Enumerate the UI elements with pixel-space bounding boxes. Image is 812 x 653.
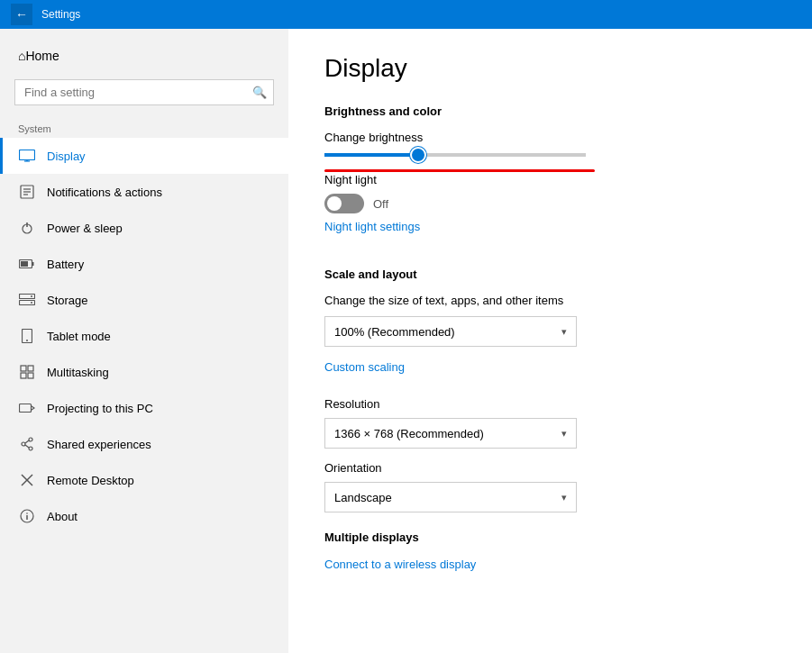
sidebar-item-multitasking[interactable]: Multitasking xyxy=(0,354,288,390)
sidebar-item-storage[interactable]: Storage xyxy=(0,282,288,318)
sidebar-section-title: System xyxy=(0,116,288,138)
battery-icon xyxy=(18,255,36,273)
sidebar-item-home[interactable]: ⌂ Home xyxy=(0,40,288,72)
about-icon xyxy=(18,507,36,525)
scale-text-label: Change the size of text, apps, and other… xyxy=(324,294,776,307)
svg-point-17 xyxy=(26,340,28,341)
sidebar-item-notifications[interactable]: Notifications & actions xyxy=(0,174,288,210)
orientation-label: Orientation xyxy=(324,461,776,475)
storage-icon xyxy=(18,291,36,309)
sidebar-power-label: Power & sleep xyxy=(47,222,123,235)
multitasking-icon xyxy=(18,363,36,381)
sidebar-notifications-label: Notifications & actions xyxy=(47,186,162,199)
svg-rect-21 xyxy=(28,373,33,378)
multiple-displays-title: Multiple displays xyxy=(324,531,776,544)
notifications-icon xyxy=(18,183,36,201)
brightness-slider-container xyxy=(324,153,776,157)
scale-value: 100% (Recommended) xyxy=(334,325,455,339)
orientation-dropdown-container: Landscape ▾ xyxy=(324,482,776,512)
scale-layout-title: Scale and layout xyxy=(324,268,776,281)
sidebar-projecting-label: Projecting to this PC xyxy=(47,402,153,415)
sidebar-display-label: Display xyxy=(47,150,86,163)
sidebar-about-label: About xyxy=(47,510,78,523)
tablet-icon xyxy=(18,327,36,345)
titlebar: ← Settings xyxy=(0,0,812,29)
sidebar-item-tablet[interactable]: Tablet mode xyxy=(0,318,288,354)
night-light-row: Off xyxy=(324,194,776,213)
sidebar-home-label: Home xyxy=(25,49,59,63)
sidebar-item-display[interactable]: Display xyxy=(0,138,288,174)
svg-line-27 xyxy=(25,445,29,448)
page-title: Display xyxy=(324,54,776,83)
brightness-red-line xyxy=(324,169,595,172)
main-layout: ⌂ Home 🔍 System Display xyxy=(0,29,812,653)
remote-icon xyxy=(18,471,36,489)
night-light-label: Night light xyxy=(324,173,776,186)
search-input[interactable] xyxy=(14,79,274,105)
back-icon: ← xyxy=(15,7,28,22)
sidebar-multitasking-label: Multitasking xyxy=(47,366,109,379)
svg-point-23 xyxy=(29,438,32,441)
display-icon xyxy=(18,147,36,165)
resolution-dropdown-container: 1366 × 768 (Recommended) ▾ xyxy=(324,418,776,449)
sidebar-item-shared[interactable]: Shared experiences xyxy=(0,426,288,462)
svg-point-32 xyxy=(26,512,28,514)
sidebar-tablet-label: Tablet mode xyxy=(47,330,111,343)
resolution-dropdown[interactable]: 1366 × 768 (Recommended) ▾ xyxy=(324,418,577,449)
sidebar-search-container: 🔍 xyxy=(14,79,274,105)
svg-point-14 xyxy=(31,295,32,297)
sidebar-item-projecting[interactable]: Projecting to this PC xyxy=(0,390,288,426)
orientation-dropdown-arrow: ▾ xyxy=(561,492,567,503)
sidebar: ⌂ Home 🔍 System Display xyxy=(0,29,288,653)
svg-line-26 xyxy=(25,440,29,443)
sidebar-item-about[interactable]: About xyxy=(0,498,288,534)
svg-rect-19 xyxy=(28,366,33,371)
scale-dropdown-arrow: ▾ xyxy=(561,326,567,338)
sidebar-remote-label: Remote Desktop xyxy=(47,474,134,487)
resolution-value: 1366 × 768 (Recommended) xyxy=(334,427,484,440)
scale-dropdown-container: 100% (Recommended) ▾ xyxy=(324,316,776,347)
custom-scaling-link[interactable]: Custom scaling xyxy=(324,360,405,374)
back-button[interactable]: ← xyxy=(11,4,32,25)
sidebar-shared-label: Shared experiences xyxy=(47,438,151,451)
svg-rect-18 xyxy=(21,366,26,371)
multiple-displays-section: Multiple displays Connect to a wireless … xyxy=(324,531,776,589)
night-light-settings-link[interactable]: Night light settings xyxy=(324,220,420,233)
sidebar-battery-label: Battery xyxy=(47,258,84,271)
scale-dropdown[interactable]: 100% (Recommended) ▾ xyxy=(324,316,577,347)
svg-rect-0 xyxy=(20,150,35,160)
svg-rect-10 xyxy=(21,261,28,267)
connect-wireless-link[interactable]: Connect to a wireless display xyxy=(324,558,476,571)
search-icon: 🔍 xyxy=(252,86,267,99)
svg-point-15 xyxy=(31,302,32,304)
shared-icon xyxy=(18,435,36,453)
sidebar-item-remote[interactable]: Remote Desktop xyxy=(0,462,288,498)
svg-rect-20 xyxy=(21,373,26,378)
svg-point-25 xyxy=(29,447,32,450)
projecting-icon xyxy=(18,399,36,417)
night-light-toggle[interactable] xyxy=(324,194,364,213)
home-icon: ⌂ xyxy=(18,49,25,63)
orientation-value: Landscape xyxy=(334,491,392,504)
orientation-dropdown[interactable]: Landscape ▾ xyxy=(324,482,577,512)
resolution-label: Resolution xyxy=(324,397,776,411)
content-area: Display Brightness and color Change brig… xyxy=(288,29,812,653)
sidebar-item-battery[interactable]: Battery xyxy=(0,246,288,282)
resolution-dropdown-arrow: ▾ xyxy=(561,428,567,440)
change-brightness-label: Change brightness xyxy=(324,131,776,144)
night-light-toggle-label: Off xyxy=(373,197,388,211)
svg-rect-22 xyxy=(20,404,32,413)
titlebar-title: Settings xyxy=(41,8,80,21)
brightness-slider[interactable] xyxy=(324,153,586,157)
sidebar-storage-label: Storage xyxy=(47,294,88,307)
brightness-color-title: Brightness and color xyxy=(324,104,776,118)
svg-point-24 xyxy=(22,442,25,446)
power-icon xyxy=(18,219,36,237)
sidebar-item-power[interactable]: Power & sleep xyxy=(0,210,288,246)
